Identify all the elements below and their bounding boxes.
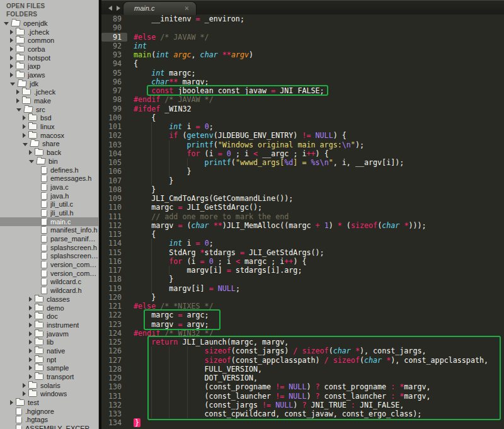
line-number-118[interactable]: 118 (101, 275, 127, 283)
code-line-89[interactable]: __initenv = _environ; (134, 14, 488, 23)
line-number-133[interactable]: 133 (101, 409, 127, 418)
line-number-114[interactable]: 114 (101, 239, 127, 248)
code-line-105[interactable]: printf("wwwd_args[%d] = %s\n", i, __argv… (134, 158, 488, 167)
code-line-122[interactable]: margc = argc; (134, 311, 488, 319)
line-number-117[interactable]: 117 (101, 266, 127, 275)
line-number-115[interactable]: 115 (101, 248, 127, 257)
collapse-triangle-icon[interactable] (23, 143, 28, 146)
line-number-129[interactable]: 129 (101, 374, 127, 382)
code-line-109[interactable]: JLI_CmdToArgs(GetCommandLine()); (134, 194, 488, 203)
code-line-107[interactable]: } (134, 176, 488, 185)
line-number-127[interactable]: 127 (101, 356, 127, 365)
code-line-124[interactable]: #endif /* WIN32 */ (134, 329, 488, 338)
line-number-91[interactable]: 91 (101, 33, 127, 42)
line-number-108[interactable]: 108 (101, 185, 127, 194)
tree-item-wildcard.c[interactable]: wildcard.c (0, 278, 98, 287)
tree-item-.jcheck[interactable]: .jcheck (0, 28, 98, 37)
code-line-116[interactable]: for (i = 0 ; i < margc ; i++) { (134, 257, 488, 266)
tree-item-javavm[interactable]: javavm (0, 329, 98, 338)
tree-item-windows[interactable]: windows (0, 390, 98, 399)
tree-item-openjdk[interactable]: openjdk (0, 19, 98, 28)
code-line-114[interactable]: int i = 0; (134, 239, 488, 248)
line-number-104[interactable]: 104 (101, 149, 127, 158)
nav-forward-icon[interactable] (117, 6, 120, 11)
tree-item-hotspot[interactable]: hotspot (0, 54, 98, 62)
code-line-121[interactable]: #else /* *NIXES */ (134, 302, 488, 311)
line-number-100[interactable]: 100 (101, 113, 127, 122)
code-line-123[interactable]: margv = argv; (134, 320, 488, 329)
line-number-126[interactable]: 126 (101, 346, 127, 355)
code-line-119[interactable]: margv[i] = NULL; (134, 284, 488, 293)
tree-item-main.c[interactable]: main.c (0, 217, 98, 226)
line-number-90[interactable]: 90 (101, 23, 127, 32)
tree-item-share[interactable]: share (0, 140, 98, 149)
tree-item-back[interactable]: back (0, 148, 98, 157)
expand-triangle-icon[interactable] (29, 365, 32, 370)
code-line-117[interactable]: margv[i] = stdargs[i].arg; (134, 266, 488, 275)
line-number-92[interactable]: 92 (101, 42, 127, 50)
tab-close-icon[interactable]: × (185, 4, 189, 13)
expand-triangle-icon[interactable] (29, 348, 32, 353)
code-line-90[interactable] (134, 23, 488, 32)
expand-triangle-icon[interactable] (23, 124, 26, 129)
tree-item-version_comp.c[interactable]: version_comp.c (0, 260, 98, 269)
collapse-triangle-icon[interactable] (29, 160, 34, 163)
tree-item-wildcard.h[interactable]: wildcard.h (0, 286, 98, 295)
expand-triangle-icon[interactable] (10, 64, 13, 69)
code-line-99[interactable]: #ifdef _WIN32 (134, 105, 488, 113)
collapse-triangle-icon[interactable] (10, 83, 15, 86)
tree-item-jli_util.h[interactable]: jli_util.h (0, 209, 98, 217)
code-line-110[interactable]: margc = JLI_GetStdArgc(); (134, 203, 488, 212)
expand-triangle-icon[interactable] (29, 314, 32, 319)
tree-item-linux[interactable]: linux (0, 122, 98, 131)
code-line-93[interactable]: main(int argc, char **argv) (134, 50, 488, 59)
tree-item-jdk[interactable]: jdk (0, 79, 98, 88)
code-line-97[interactable]: const jboolean const_javaw = JNI_FALSE; (134, 86, 488, 95)
tree-item-src[interactable]: src (0, 105, 98, 114)
code-line-106[interactable]: } (134, 167, 488, 176)
line-number-113[interactable]: 113 (101, 230, 127, 239)
code-view[interactable]: __initenv = _environ;#else /* JAVAW */in… (134, 14, 488, 428)
expand-triangle-icon[interactable] (16, 89, 20, 94)
expand-triangle-icon[interactable] (10, 72, 13, 77)
expand-triangle-icon[interactable] (29, 323, 32, 328)
code-line-129[interactable]: DOT_VERSION, (134, 374, 488, 382)
line-number-111[interactable]: 111 (101, 212, 127, 221)
tree-item-jaxws[interactable]: jaxws (0, 71, 98, 79)
tree-item-.jcheck[interactable]: .jcheck (0, 88, 98, 97)
code-line-101[interactable]: int i = 0; (134, 122, 488, 131)
tree-item-emessages.h[interactable]: emessages.h (0, 174, 98, 183)
code-line-127[interactable]: sizeof(const_appclasspath) / sizeof(char… (134, 356, 488, 365)
code-line-100[interactable]: { (134, 113, 488, 122)
line-number-96[interactable]: 96 (101, 77, 127, 86)
tree-item-sample[interactable]: sample (0, 364, 98, 373)
line-number-128[interactable]: 128 (101, 365, 127, 374)
code-line-120[interactable]: } (134, 293, 488, 302)
line-number-105[interactable]: 105 (101, 158, 127, 167)
line-number-119[interactable]: 119 (101, 284, 127, 293)
line-number-132[interactable]: 132 (101, 401, 127, 409)
line-number-124[interactable]: 124 (101, 329, 127, 338)
line-number-102[interactable]: 102 (101, 131, 127, 140)
tree-item-java.h[interactable]: java.h (0, 192, 98, 200)
tree-item-version_comp.h[interactable]: version_comp.h (0, 269, 98, 278)
code-line-111[interactable]: // add one more to mark the end (134, 212, 488, 221)
expand-triangle-icon[interactable] (23, 383, 26, 388)
line-number-103[interactable]: 103 (101, 140, 127, 149)
line-number-130[interactable]: 130 (101, 382, 127, 391)
tree-item-native[interactable]: native (0, 346, 98, 355)
tab-main-c[interactable]: main.c × (123, 1, 197, 15)
code-line-96[interactable]: char** margv; (134, 77, 488, 86)
tree-item-test[interactable]: test (0, 398, 98, 407)
code-line-104[interactable]: for (i = 0 ; i < __argc ; i++) { (134, 149, 488, 158)
tree-item-lib[interactable]: lib (0, 338, 98, 346)
nav-back-icon[interactable] (108, 6, 112, 11)
tree-item-defines.h[interactable]: defines.h (0, 166, 98, 174)
expand-triangle-icon[interactable] (10, 400, 13, 405)
tree-item-splashscreen.h[interactable]: splashscreen.h (0, 243, 98, 252)
line-number-121[interactable]: 121 (101, 302, 127, 311)
line-number-98[interactable]: 98 (101, 95, 127, 104)
tree-item-make[interactable]: make (0, 96, 98, 105)
code-line-133[interactable]: const_cpwildcard, const_javaw, const_erg… (134, 409, 488, 418)
tree-item-common[interactable]: common (0, 36, 98, 45)
